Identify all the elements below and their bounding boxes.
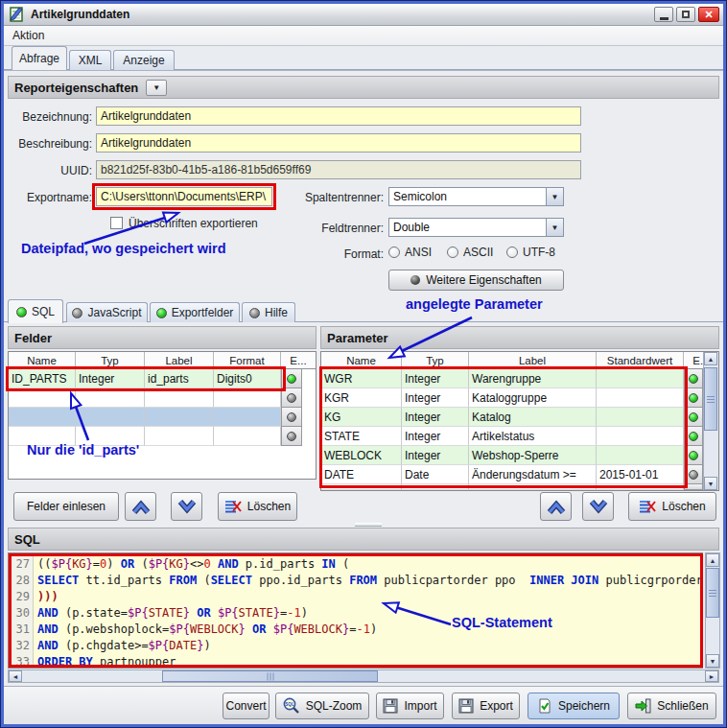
parameter-row-wgr[interactable]: WGR Integer Warengruppe bbox=[321, 369, 718, 388]
felder-move-up-button[interactable] bbox=[125, 492, 156, 521]
menu-aktion[interactable]: Aktion bbox=[4, 29, 53, 42]
sql-code-line[interactable]: 29))) bbox=[9, 588, 702, 604]
felder-status-button[interactable] bbox=[281, 388, 302, 408]
ueberschriften-checkbox[interactable] bbox=[110, 217, 123, 229]
tab-exportfelder[interactable]: Exportfelder bbox=[150, 302, 240, 322]
sql-code-line[interactable]: 28SELECT tt.id_parts FROM (SELECT ppo.id… bbox=[9, 572, 702, 588]
tab-javascript[interactable]: JavaScript bbox=[66, 302, 148, 322]
parameter-move-up-button[interactable] bbox=[540, 492, 572, 521]
col-typ[interactable]: Typ bbox=[76, 352, 145, 369]
dropdown-arrow-icon[interactable]: ▼ bbox=[546, 188, 563, 205]
felder-status-button[interactable] bbox=[281, 427, 302, 446]
sql-zoom-button[interactable]: SQL SQL-Zoom bbox=[275, 693, 369, 719]
sql-code-line[interactable]: 27(($P{KG}=0) OR ($P{KG}<>0 AND p.id_par… bbox=[9, 555, 702, 572]
minimize-button[interactable] bbox=[654, 7, 673, 22]
schliessen-label: Schließen bbox=[657, 699, 708, 713]
col-typ[interactable]: Typ bbox=[402, 352, 469, 369]
radio-icon[interactable] bbox=[388, 247, 400, 258]
parameter-row-weblock[interactable]: WEBLOCK Integer Webshop-Sperre bbox=[321, 446, 718, 465]
close-button[interactable]: ✕ bbox=[698, 7, 719, 22]
bezeichnung-field[interactable]: Artikelgrunddaten bbox=[96, 106, 581, 126]
tab-hilfe[interactable]: Hilfe bbox=[242, 302, 295, 322]
parameter-status-button[interactable] bbox=[684, 484, 703, 490]
thumb-grip bbox=[709, 590, 716, 597]
weitere-eigenschaften-button[interactable]: Weitere Eigenschaften bbox=[388, 270, 564, 291]
sql-vertical-scrollbar[interactable]: ▲ ▼ bbox=[705, 552, 720, 669]
felder-row-selected[interactable] bbox=[9, 408, 316, 427]
parameter-row-state[interactable]: STATE Integer Artikelstatus bbox=[321, 427, 718, 446]
radio-icon[interactable] bbox=[447, 247, 458, 258]
parameter-row-kg[interactable]: KG Integer Katalog bbox=[321, 408, 718, 427]
scroll-up-icon[interactable]: ▲ bbox=[706, 553, 719, 567]
tab-sql[interactable]: SQL bbox=[8, 299, 63, 323]
uuid-field: b821d25f-83b0-41b5-a186-81b5d659ff69 bbox=[96, 160, 581, 179]
restore-button[interactable] bbox=[676, 7, 695, 22]
felder-move-down-button[interactable] bbox=[171, 492, 202, 521]
parameter-status-button[interactable] bbox=[684, 427, 703, 446]
collapse-button[interactable]: ▼ bbox=[146, 80, 167, 96]
col-label[interactable]: Label bbox=[469, 352, 597, 369]
export-label: Export bbox=[480, 699, 513, 713]
felder-row-empty[interactable] bbox=[9, 388, 316, 408]
felder-loeschen-button[interactable]: Löschen bbox=[218, 492, 297, 521]
parameter-status-button[interactable] bbox=[684, 388, 703, 408]
felder-einlesen-button[interactable]: Felder einlesen bbox=[13, 492, 119, 521]
scrollbar-thumb[interactable] bbox=[704, 367, 717, 431]
felder-status-button[interactable] bbox=[281, 369, 302, 388]
uuid-label: UUID: bbox=[8, 164, 92, 177]
splitter-grip[interactable] bbox=[355, 523, 382, 527]
parameter-row-kgr[interactable]: KGR Integer Kataloggruppe bbox=[321, 388, 718, 408]
export-button[interactable]: Export bbox=[452, 693, 520, 719]
parameter-loeschen-button[interactable]: Löschen bbox=[628, 492, 716, 521]
convert-button[interactable]: Convert bbox=[223, 693, 270, 719]
radio-utf8[interactable]: UTF-8 bbox=[506, 246, 555, 259]
tab-abfrage[interactable]: Abfrage bbox=[12, 46, 67, 70]
col-label[interactable]: Label bbox=[145, 352, 214, 369]
dropdown-arrow-icon[interactable]: ▼ bbox=[546, 219, 563, 236]
parameter-row-partial[interactable] bbox=[321, 484, 718, 490]
radio-icon[interactable] bbox=[506, 247, 518, 258]
col-standardwert[interactable]: Standardwert bbox=[597, 352, 684, 369]
col-name[interactable]: Name bbox=[321, 352, 402, 369]
tab-xml[interactable]: XML bbox=[69, 50, 111, 70]
sql-code-line[interactable]: 32AND (p.chgdate>=$P{DATE}) bbox=[9, 637, 702, 653]
radio-ansi[interactable]: ANSI bbox=[388, 246, 432, 259]
sql-code-line[interactable]: 33ORDER BY partnoupper bbox=[9, 653, 702, 669]
scroll-down-icon[interactable]: ▼ bbox=[706, 654, 719, 668]
beschreibung-field[interactable]: Artikelgrunddaten bbox=[96, 133, 581, 153]
parameter-status-button[interactable] bbox=[684, 446, 703, 465]
spaltentrenner-select[interactable]: Semicolon ▼ bbox=[388, 187, 564, 206]
col-name[interactable]: Name bbox=[9, 352, 76, 369]
felder-row-id-parts[interactable]: ID_PARTS Integer id_parts Digits0 bbox=[9, 369, 316, 388]
schliessen-button[interactable]: Schließen bbox=[627, 693, 716, 719]
scroll-left-icon[interactable]: ◄ bbox=[9, 670, 22, 682]
scroll-down-icon[interactable]: ▼ bbox=[704, 477, 717, 490]
sql-editor[interactable]: 27(($P{KG}=0) OR ($P{KG}<>0 AND p.id_par… bbox=[8, 552, 703, 669]
sql-code-line[interactable]: 31AND (p.webshoplock=$P{WEBLOCK} OR $P{W… bbox=[9, 621, 702, 637]
scrollbar-thumb[interactable] bbox=[162, 670, 378, 682]
scrollbar-thumb[interactable] bbox=[706, 568, 719, 618]
radio-ascii[interactable]: ASCII bbox=[447, 246, 493, 259]
felder-status-button[interactable] bbox=[281, 408, 302, 427]
parameter-move-down-button[interactable] bbox=[582, 492, 614, 521]
sql-code-line[interactable]: 30AND (p.state=$P{STATE} OR $P{STATE}=-1… bbox=[9, 604, 702, 621]
speichern-button[interactable]: Speichern bbox=[528, 693, 620, 719]
feldtrenner-select[interactable]: Double ▼ bbox=[388, 218, 564, 237]
parameter-status-button[interactable] bbox=[684, 408, 703, 427]
tab-anzeige[interactable]: Anzeige bbox=[113, 50, 175, 70]
col-e[interactable]: E... bbox=[281, 352, 316, 369]
title-bar[interactable]: Artikelgrunddaten ✕ bbox=[4, 4, 723, 26]
sql-horizontal-scrollbar[interactable]: ◄ ► bbox=[8, 669, 719, 683]
spaltentrenner-value: Semicolon bbox=[389, 188, 546, 205]
scroll-right-icon[interactable]: ► bbox=[705, 670, 718, 682]
parameter-status-button[interactable] bbox=[684, 369, 703, 388]
parameter-row-date[interactable]: DATE Date Änderungsdatum >= 2015-01-01 bbox=[321, 465, 718, 484]
felder-row-empty[interactable] bbox=[9, 427, 316, 446]
scroll-up-icon[interactable]: ▲ bbox=[704, 352, 717, 365]
tab-hilfe-label: Hilfe bbox=[265, 306, 288, 319]
parameter-scrollbar[interactable]: ▲ ▼ bbox=[703, 352, 718, 490]
col-format[interactable]: Format bbox=[214, 352, 281, 369]
parameter-status-button[interactable] bbox=[684, 465, 703, 484]
save-check-icon bbox=[537, 698, 552, 714]
import-button[interactable]: Import bbox=[376, 693, 444, 719]
